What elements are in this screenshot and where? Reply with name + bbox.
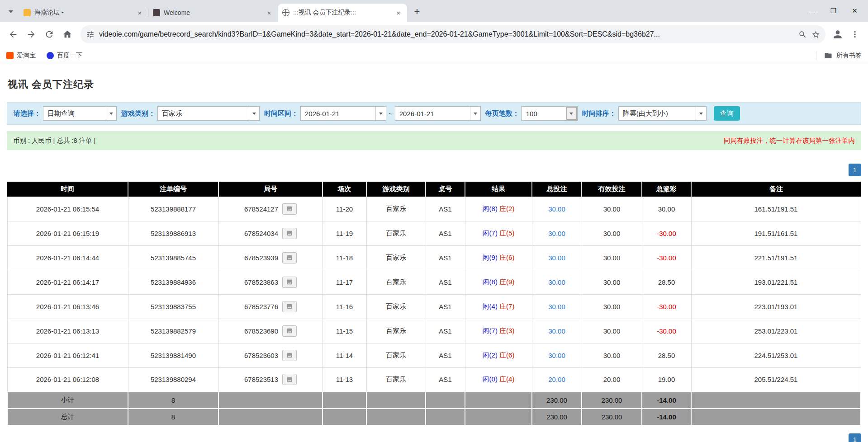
menu-button[interactable] [846,26,863,43]
round-result-image-button[interactable] [282,228,297,239]
cell-game-type: 百家乐 [366,245,426,270]
cell-session: 11-15 [323,319,366,343]
date-end-picker[interactable]: 2026-01-21 [395,106,481,121]
result-player: 闲(9) [483,254,498,261]
chevron-down-icon[interactable] [470,107,480,120]
column-header: 备注 [691,182,861,197]
footer-payout: -14.00 [642,392,691,409]
address-bar[interactable]: videoie.com/game/betrecord_search/kind3?… [81,25,825,43]
tab-close-icon[interactable]: × [136,9,144,17]
mode-select[interactable]: 日期查询 [43,106,117,121]
round-result-image-button[interactable] [282,203,297,215]
sort-order-select[interactable]: 降幂(由大到小) [618,106,707,121]
browser-tab[interactable]: :::视讯 会员下注纪录:::× [278,4,407,22]
profile-button[interactable] [830,27,845,42]
url-text[interactable]: videoie.com/game/betrecord_search/kind3?… [99,30,794,38]
bookmark-baidu[interactable]: 百度一下 [47,52,82,60]
column-header: 总派彩 [642,182,691,197]
tab-search-button[interactable] [5,5,17,18]
column-header: 场次 [323,182,366,197]
browser-window: 海燕论坛 -×Welcome×:::视讯 会员下注纪录:::× + — ❐ ✕ … [0,0,868,64]
chevron-down-icon[interactable] [249,107,259,120]
page-number-button[interactable]: 1 [849,164,861,176]
round-result-image-button[interactable] [282,252,297,263]
home-button[interactable] [59,26,76,43]
tab-close-icon[interactable]: × [265,9,273,17]
cell-note: 191.51/161.51 [691,221,861,245]
cell-valid-bet: 30.00 [582,270,642,294]
bookmark-aitaobao[interactable]: 爱淘宝 [6,52,36,60]
cell-total-bet: 30.00 [532,221,582,245]
round-result-image-button[interactable] [282,374,297,385]
zoom-icon[interactable] [798,30,807,39]
browser-tab[interactable]: 海燕论坛 -× [19,4,148,22]
new-tab-button[interactable]: + [411,5,423,18]
cell-game-type: 百家乐 [366,221,426,245]
round-result-image-button[interactable] [282,350,297,361]
pagination-top: 1 [7,164,861,176]
chevron-down-icon[interactable] [375,107,386,120]
date-start-picker[interactable]: 2026-01-21 [300,106,386,121]
cell-payout: 28.50 [642,270,691,294]
cell-note: 253.01/223.01 [691,319,861,343]
round-result-image-button[interactable] [282,301,297,312]
close-button[interactable]: ✕ [844,0,865,22]
column-header: 游戏类别 [366,182,426,197]
result-player: 闲(7) [483,327,498,334]
cell-total-bet: 30.00 [532,343,582,367]
browser-tab[interactable]: Welcome× [148,4,278,22]
bookmarks-bar: 爱淘宝 百度一下 所有书签 [0,47,868,64]
image-icon [286,328,293,334]
result-player: 闲(8) [483,205,498,212]
round-number: 678523513 [244,376,278,383]
cell-game-type: 百家乐 [366,270,426,294]
footer-valid-bet: 230.00 [582,409,642,425]
round-result-image-button[interactable] [282,277,297,288]
cell-game-type: 百家乐 [366,367,426,392]
refresh-button[interactable] [41,26,58,43]
back-button[interactable] [5,26,22,43]
cell-result: 闲(4) 庄(7) [465,294,532,319]
cell-valid-bet: 30.00 [582,221,642,245]
chevron-down-icon[interactable] [696,107,706,120]
all-bookmarks-button[interactable]: 所有书签 [816,51,862,60]
footer-empty [426,392,465,409]
cell-valid-bet: 20.00 [582,367,642,392]
result-banker: 庄(4) [499,375,514,383]
column-header: 时间 [7,182,128,197]
cell-session: 11-14 [323,343,366,367]
cell-time: 2026-01-21 06:15:54 [7,197,128,221]
tab-favicon [24,9,31,16]
cell-valid-bet: 30.00 [582,319,642,343]
cell-payout: 28.50 [642,343,691,367]
cell-bet-id: 523139886913 [128,221,218,245]
page-title: 视讯 会员下注纪录 [8,78,861,91]
round-result-image-button[interactable] [282,325,297,337]
minimize-button[interactable]: — [802,0,823,22]
game-type-select[interactable]: 百家乐 [157,106,260,121]
search-button[interactable]: 查询 [714,106,740,121]
cell-table-no: AS1 [426,343,465,367]
tab-close-icon[interactable]: × [394,9,403,17]
forward-button[interactable] [23,26,40,43]
column-header: 桌号 [426,182,465,197]
cell-valid-bet: 30.00 [582,294,642,319]
footer-empty [426,409,465,425]
footer-empty [323,409,366,425]
cell-valid-bet: 30.00 [582,245,642,270]
footer-total-bet: 230.00 [532,409,582,425]
page-number-button[interactable]: 1 [849,433,861,442]
site-settings-icon[interactable] [86,30,95,39]
cell-note: 193.01/221.51 [691,270,861,294]
bookmark-star-icon[interactable] [811,30,820,39]
maximize-button[interactable]: ❐ [823,0,844,22]
chevron-down-icon[interactable] [106,107,116,120]
per-page-select[interactable]: 100 [522,106,578,121]
cell-result: 闲(7) 庄(3) [465,319,532,343]
column-header: 注单编号 [128,182,218,197]
chevron-down-icon[interactable] [566,107,577,120]
round-number: 678524127 [244,205,278,213]
cell-time: 2026-01-21 06:15:19 [7,221,128,245]
bet-records-table: 时间注单编号局号场次游戏类别桌号结果总投注有效投注总派彩备注 2026-01-2… [7,182,861,426]
footer-valid-bet: 230.00 [582,392,642,409]
